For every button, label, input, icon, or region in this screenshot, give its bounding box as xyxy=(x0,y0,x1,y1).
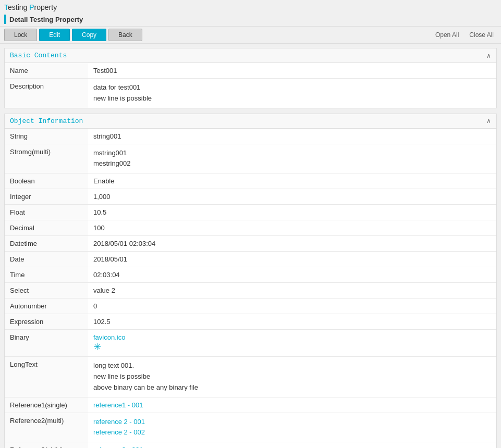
reference2-link-2[interactable]: reference 2 - 002 xyxy=(93,428,145,436)
field-label: Binary xyxy=(5,330,88,357)
field-value: 0 xyxy=(88,298,496,314)
field-label: Integer xyxy=(5,189,88,205)
field-value: mstring001mestring002 xyxy=(88,144,496,173)
field-value: 102.5 xyxy=(88,314,496,330)
field-label: Reference3(child) xyxy=(5,442,88,448)
field-value: Test001 xyxy=(88,63,496,79)
field-label: Float xyxy=(5,205,88,220)
field-label: Description xyxy=(5,79,88,108)
basic-contents-chevron: ∧ xyxy=(486,52,491,59)
open-all-link[interactable]: Open All xyxy=(432,29,462,41)
title-bar: Testing Property xyxy=(0,0,501,13)
field-label: Select xyxy=(5,283,88,298)
content-area: Basic Contents ∧ Name Test001 Descriptio… xyxy=(0,44,501,448)
field-value: reference1 - 001 xyxy=(88,397,496,413)
binary-file-link[interactable]: favicon.ico xyxy=(93,333,125,341)
basic-contents-table: Name Test001 Description data for test00… xyxy=(5,63,496,108)
edit-button[interactable]: Edit xyxy=(39,29,70,41)
field-label: LongText xyxy=(5,357,88,397)
field-value: value 2 xyxy=(88,283,496,298)
reference2-link-1[interactable]: reference 2 - 001 xyxy=(93,418,145,426)
table-row: LongText long text 001.new line is possi… xyxy=(5,357,496,397)
table-row: Reference1(single) reference1 - 001 xyxy=(5,397,496,413)
table-row: Binary favicon.ico ✳ xyxy=(5,330,496,357)
table-row: Name Test001 xyxy=(5,63,496,79)
object-information-title: Object Information xyxy=(10,117,83,125)
field-value: 100 xyxy=(88,220,496,236)
object-information-chevron: ∧ xyxy=(486,117,491,125)
basic-contents-title: Basic Contents xyxy=(10,52,67,59)
field-label: String xyxy=(5,129,88,144)
table-row: Integer 1,000 xyxy=(5,189,496,205)
table-row: String string001 xyxy=(5,129,496,144)
table-row: Float 10.5 xyxy=(5,205,496,220)
basic-contents-section: Basic Contents ∧ Name Test001 Descriptio… xyxy=(4,48,497,108)
field-value: Enable xyxy=(88,173,496,189)
table-row: Datetime 2018/05/01 02:03:04 xyxy=(5,236,496,252)
field-label: Datetime xyxy=(5,236,88,252)
table-row: Expression 102.5 xyxy=(5,314,496,330)
table-row: Decimal 100 xyxy=(5,220,496,236)
subtitle-text: Detail Testing Property xyxy=(9,16,83,23)
object-information-header[interactable]: Object Information ∧ xyxy=(5,114,496,129)
blue-accent-bar xyxy=(4,15,6,24)
back-button-top[interactable]: Back xyxy=(108,29,142,41)
field-value: string001 xyxy=(88,129,496,144)
field-label: Reference2(multi) xyxy=(5,413,88,442)
field-value: reference3 - 001 xyxy=(88,442,496,448)
table-row: Description data for test001new line is … xyxy=(5,79,496,108)
table-row: Reference2(multi) reference 2 - 001 refe… xyxy=(5,413,496,442)
field-value: favicon.ico ✳ xyxy=(88,330,496,357)
field-label: Autonumber xyxy=(5,298,88,314)
field-label: Expression xyxy=(5,314,88,330)
binary-icon: ✳ xyxy=(93,341,101,353)
field-label: Time xyxy=(5,267,88,283)
field-value: reference 2 - 001 reference 2 - 002 xyxy=(88,413,496,442)
basic-contents-header[interactable]: Basic Contents ∧ xyxy=(5,48,496,63)
table-row: Reference3(child) reference3 - 001 xyxy=(5,442,496,448)
table-row: Select value 2 xyxy=(5,283,496,298)
field-label: Stromg(multi) xyxy=(5,144,88,173)
field-label: Reference1(single) xyxy=(5,397,88,413)
close-all-link[interactable]: Close All xyxy=(466,29,497,41)
object-information-table: String string001 Stromg(multi) mstring00… xyxy=(5,129,496,448)
toolbar-right: Open All Close All xyxy=(432,29,497,41)
field-value: 2018/05/01 02:03:04 xyxy=(88,236,496,252)
table-row: Date 2018/05/01 xyxy=(5,252,496,267)
field-value: 2018/05/01 xyxy=(88,252,496,267)
field-value: 02:03:04 xyxy=(88,267,496,283)
field-value: long text 001.new line is possibeabove b… xyxy=(88,357,496,397)
field-value: 1,000 xyxy=(88,189,496,205)
table-row: Time 02:03:04 xyxy=(5,267,496,283)
reference3-link[interactable]: reference3 - 001 xyxy=(93,446,143,448)
subtitle-bar: Detail Testing Property xyxy=(0,13,501,26)
object-information-section: Object Information ∧ String string001 St… xyxy=(4,114,497,448)
field-label: Boolean xyxy=(5,173,88,189)
field-label: Decimal xyxy=(5,220,88,236)
field-label: Date xyxy=(5,252,88,267)
field-value: 10.5 xyxy=(88,205,496,220)
page-wrapper: Testing Property Detail Testing Property… xyxy=(0,0,501,448)
page-title: Testing Property xyxy=(4,3,497,11)
field-label: Name xyxy=(5,63,88,79)
lock-button[interactable]: Lock xyxy=(4,29,37,41)
toolbar-left: Lock Edit Copy Back xyxy=(4,29,432,41)
field-value: data for test001new line is possible xyxy=(88,79,496,108)
table-row: Boolean Enable xyxy=(5,173,496,189)
reference1-link[interactable]: reference1 - 001 xyxy=(93,401,143,409)
table-row: Stromg(multi) mstring001mestring002 xyxy=(5,144,496,173)
table-row: Autonumber 0 xyxy=(5,298,496,314)
copy-button-top[interactable]: Copy xyxy=(72,29,106,41)
top-toolbar: Lock Edit Copy Back Open All Close All xyxy=(0,26,501,44)
